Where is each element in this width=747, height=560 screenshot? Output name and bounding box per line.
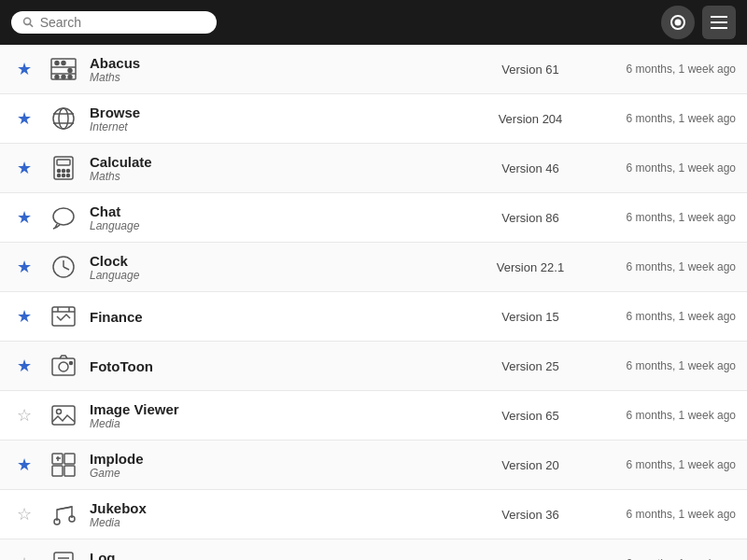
svg-point-23 <box>63 170 65 173</box>
svg-point-26 <box>63 175 65 177</box>
star-button[interactable]: ☆ <box>11 405 37 426</box>
svg-point-17 <box>59 108 68 129</box>
app-date: 6 months, 1 week ago <box>586 508 736 521</box>
svg-rect-44 <box>64 466 75 476</box>
star-button[interactable]: ★ <box>11 207 37 228</box>
star-button[interactable]: ☆ <box>11 504 37 525</box>
app-version: Version 86 <box>474 211 586 225</box>
app-name: Finance <box>90 309 474 325</box>
star-button[interactable]: ★ <box>11 306 37 327</box>
app-name: Image Viewer <box>90 401 474 417</box>
app-category: Media <box>90 417 474 430</box>
app-info: FotoToon <box>90 358 474 374</box>
app-info: Image Viewer Media <box>90 401 474 430</box>
app-icon <box>47 300 80 333</box>
app-category: Media <box>90 516 474 529</box>
app-date: 6 months, 1 week ago <box>586 359 736 372</box>
app-version: Version 204 <box>474 112 586 126</box>
app-version: Version 36 <box>474 508 586 522</box>
app-category: Language <box>90 269 474 282</box>
app-icon <box>47 448 80 482</box>
app-category: Maths <box>90 71 474 84</box>
app-icon <box>47 102 80 135</box>
svg-point-11 <box>62 62 65 65</box>
search-bar <box>11 11 217 34</box>
record-button[interactable] <box>661 6 695 39</box>
star-button[interactable]: ★ <box>11 356 37 376</box>
svg-line-49 <box>57 507 72 510</box>
svg-point-0 <box>24 18 31 24</box>
app-date: 6 months, 1 week ago <box>586 409 736 422</box>
star-button[interactable]: ★ <box>11 158 37 178</box>
svg-point-16 <box>53 108 74 129</box>
app-icon <box>47 250 80 284</box>
svg-point-37 <box>59 362 68 371</box>
app-info: Clock Language <box>90 253 474 282</box>
app-icon <box>47 151 80 185</box>
star-button[interactable]: ★ <box>11 455 37 475</box>
app-icon <box>47 497 80 531</box>
menu-icon <box>711 16 727 29</box>
table-row: ★ Finance Version 15 6 months, 1 week ag… <box>0 292 747 342</box>
table-row: ☆ Log System, Programming Version 41 6 m… <box>0 539 747 560</box>
svg-rect-36 <box>52 358 75 375</box>
app-name: Implode <box>90 451 474 467</box>
table-row: ★ Browse Internet Version 204 6 months, … <box>0 94 747 144</box>
app-version: Version 20 <box>474 458 586 472</box>
app-name: FotoToon <box>90 358 474 374</box>
app-date: 6 months, 1 week ago <box>586 161 736 175</box>
table-row: ★ FotoToon Version 25 6 months, 1 week a… <box>0 342 747 391</box>
app-info: Abacus Maths <box>90 55 474 84</box>
record-icon <box>669 14 686 31</box>
app-date: 6 months, 1 week ago <box>586 112 736 125</box>
app-info: Browse Internet <box>90 105 474 133</box>
star-button[interactable]: ☆ <box>11 553 37 560</box>
app-list: ★ Abacus Maths Version 61 6 months, 1 we… <box>0 45 747 560</box>
svg-point-25 <box>58 175 61 177</box>
app-name: Jukebox <box>90 500 474 516</box>
app-version: Version 46 <box>474 161 586 175</box>
app-date: 6 months, 1 week ago <box>586 63 736 76</box>
svg-point-14 <box>62 76 65 79</box>
svg-point-10 <box>55 62 59 65</box>
app-name: Clock <box>90 253 474 269</box>
app-category: Maths <box>90 170 474 183</box>
search-input[interactable] <box>40 15 205 30</box>
app-name: Log <box>90 550 474 561</box>
app-version: Version 25 <box>474 359 586 373</box>
app-icon <box>47 201 80 234</box>
header <box>0 0 747 45</box>
svg-line-1 <box>30 24 33 27</box>
svg-point-28 <box>53 208 74 225</box>
table-row: ★ Chat Language Version 86 6 months, 1 w… <box>0 193 747 243</box>
svg-line-31 <box>63 267 69 270</box>
star-button[interactable]: ★ <box>11 257 37 277</box>
header-actions <box>661 6 736 39</box>
table-row: ★ Clock Language Version 22.1 6 months, … <box>0 243 747 292</box>
app-name: Abacus <box>90 55 474 71</box>
star-button[interactable]: ★ <box>11 108 37 129</box>
app-icon <box>47 52 80 86</box>
app-category: Internet <box>90 120 474 133</box>
svg-point-38 <box>70 362 73 365</box>
app-version: Version 61 <box>474 63 586 77</box>
svg-point-15 <box>68 76 72 79</box>
app-version: Version 65 <box>474 409 586 423</box>
svg-rect-42 <box>64 454 75 464</box>
app-version: Version 15 <box>474 310 586 324</box>
app-date: 6 months, 1 week ago <box>586 211 736 224</box>
app-info: Log System, Programming <box>90 550 474 561</box>
svg-point-27 <box>67 175 70 177</box>
app-date: 6 months, 1 week ago <box>586 310 736 323</box>
app-icon <box>47 399 80 432</box>
svg-rect-43 <box>52 466 63 476</box>
app-info: Jukebox Media <box>90 500 474 529</box>
svg-rect-39 <box>52 406 75 425</box>
star-button[interactable]: ★ <box>11 59 37 79</box>
app-icon <box>47 349 80 383</box>
menu-button[interactable] <box>702 6 736 39</box>
app-date: 6 months, 1 week ago <box>586 458 736 471</box>
svg-rect-21 <box>57 160 70 165</box>
app-icon <box>47 547 80 560</box>
app-info: Implode Game <box>90 451 474 480</box>
